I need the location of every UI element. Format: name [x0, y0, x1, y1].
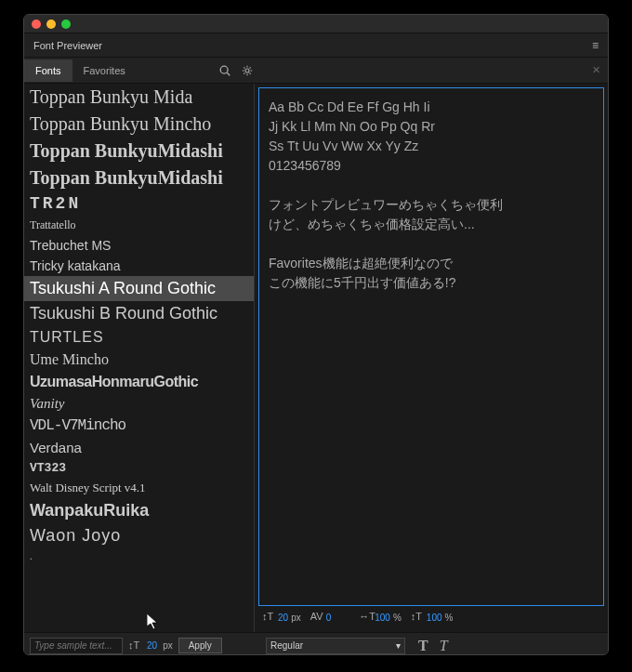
tab-favorites[interactable]: Favorites [72, 59, 137, 82]
titlebar [24, 15, 608, 33]
preview-line: けど、めちゃくちゃ価格設定高い... [269, 215, 594, 234]
bold-toggle-icon[interactable]: T [418, 638, 428, 654]
font-item[interactable]: Tricky katakana [24, 256, 254, 276]
preview-line [269, 176, 594, 195]
chevron-down-icon: ▾ [396, 640, 401, 651]
font-item[interactable]: Vanity [24, 393, 254, 415]
vscale-control[interactable]: ↕T 100 % [411, 611, 454, 624]
font-item[interactable]: Tsukushi B Round Gothic [24, 301, 254, 326]
preview-textarea[interactable]: Aa Bb Cc Dd Ee Ff Gg Hh Ii Jj Kk Ll Mm N… [258, 87, 604, 606]
font-style-select[interactable]: Regular ▾ [266, 638, 405, 654]
gear-icon[interactable] [240, 63, 255, 78]
svg-point-2 [245, 68, 249, 72]
preview-line: この機能に5千円出す価値ある!? [269, 273, 594, 293]
font-item[interactable]: Toppan BunkyuMidashi [24, 165, 254, 191]
close-panel-icon[interactable]: ✕ [592, 64, 600, 76]
font-size-icon: ↕T [262, 611, 275, 624]
panel-menu-icon[interactable]: ≡ [592, 39, 599, 52]
panel-header: Font Previewer ≡ [24, 33, 608, 58]
preview-line: Favorites機能は超絶便利なので [269, 254, 594, 273]
font-style-value: Regular [270, 640, 303, 651]
vscale-icon: ↕T [411, 611, 424, 624]
font-item[interactable]: TR2N [24, 191, 254, 216]
font-item[interactable]: Toppan Bunkyu Mincho [24, 111, 254, 138]
search-icon[interactable] [217, 63, 232, 78]
font-list[interactable]: Toppan Bunkyu MidaToppan Bunkyu MinchoTo… [24, 84, 255, 632]
font-item[interactable]: VT323 [24, 458, 254, 478]
preview-line: Ss Tt Uu Vv Ww Xx Yy Zz [269, 137, 594, 156]
preview-controls: ↕T 20 px AV 0 ↔T 100 % ↕T 100 % [258, 606, 604, 628]
preview-line: Jj Kk Ll Mm Nn Oo Pp Qq Rr [269, 117, 594, 137]
font-item[interactable]: WanpakuRuika [24, 498, 254, 523]
font-item[interactable]: Toppan Bunkyu Mida [24, 84, 254, 111]
italic-toggle-icon[interactable]: T [440, 638, 448, 654]
font-item[interactable]: Walt Disney Script v4.1 [24, 478, 254, 498]
panel-title: Font Previewer [33, 40, 592, 51]
hscale-control[interactable]: ↔T 100 % [359, 611, 402, 624]
list-size-value[interactable]: 20 [147, 640, 157, 651]
font-item[interactable]: . [24, 548, 254, 564]
preview-line: 0123456789 [269, 156, 594, 176]
bottom-bar: ↕T 20 px Apply Regular ▾ T T [24, 632, 608, 655]
font-item[interactable]: TURTLES [24, 326, 254, 349]
svg-line-1 [227, 72, 230, 75]
font-item[interactable]: Trattatello [24, 216, 254, 235]
preview-line: フォントプレビュワーめちゃくちゃ便利 [269, 195, 594, 215]
font-item[interactable]: Ume Mincho [24, 349, 254, 371]
font-item[interactable]: UzumasaHonmaruGothic [24, 371, 254, 393]
font-item[interactable]: VDL-V7Mincho [24, 415, 254, 437]
font-item[interactable]: Tsukushi A Round Gothic [24, 276, 254, 301]
font-item[interactable]: Verdana [24, 437, 254, 458]
close-button[interactable] [32, 20, 41, 29]
font-item[interactable]: Toppan BunkyuMidashi [24, 138, 254, 165]
minimize-button[interactable] [46, 20, 56, 29]
preview-line [269, 234, 594, 254]
font-size-control[interactable]: ↕T 20 px [262, 611, 301, 624]
maximize-button[interactable] [61, 20, 71, 29]
tab-row: Fonts Favorites ✕ [24, 58, 608, 84]
hscale-icon: ↔T [359, 611, 372, 624]
tracking-icon: AV [310, 611, 323, 624]
font-item[interactable]: Trebuchet MS [24, 235, 254, 256]
list-size-icon: ↕T [128, 639, 141, 652]
svg-point-0 [220, 66, 228, 73]
apply-button[interactable]: Apply [178, 638, 222, 653]
preview-line: Aa Bb Cc Dd Ee Ff Gg Hh Ii [269, 98, 594, 117]
sample-text-input[interactable] [30, 638, 123, 654]
font-item[interactable]: Waon Joyo [24, 523, 254, 548]
tracking-control[interactable]: AV 0 [310, 611, 332, 624]
tab-fonts[interactable]: Fonts [24, 59, 72, 82]
